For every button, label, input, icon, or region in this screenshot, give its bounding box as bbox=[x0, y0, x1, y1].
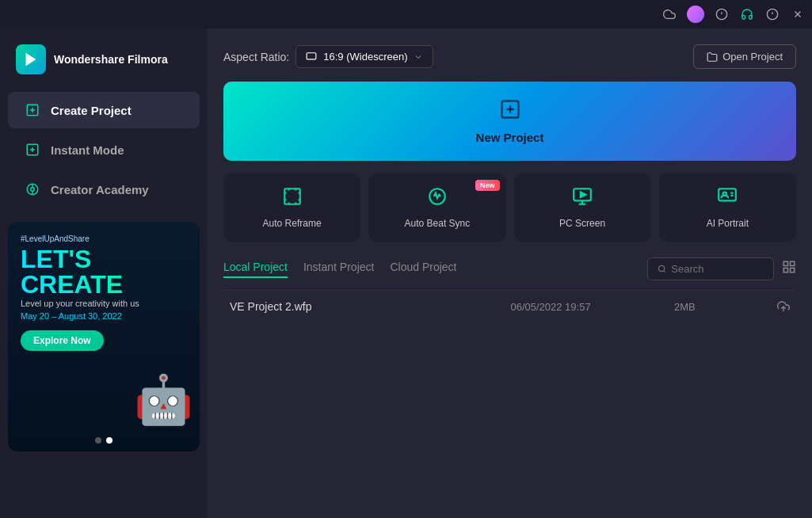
auto-beat-sync-icon bbox=[427, 186, 448, 211]
nav-label-creator-academy: Creator Academy bbox=[51, 183, 149, 196]
feature-card-ai-portrait[interactable]: AI Portrait bbox=[659, 173, 796, 242]
content-area: Aspect Ratio: 16:9 (Widescreen) Open Pro… bbox=[208, 29, 812, 518]
auto-beat-sync-label: Auto Beat Sync bbox=[405, 218, 471, 229]
nav-item-creator-academy[interactable]: Creator Academy bbox=[8, 171, 200, 208]
pc-screen-label: PC Screen bbox=[559, 218, 605, 229]
nav-item-instant-mode[interactable]: Instant Mode bbox=[8, 131, 200, 168]
topbar: Aspect Ratio: 16:9 (Widescreen) Open Pro… bbox=[223, 44, 796, 69]
grid-view-icon[interactable] bbox=[782, 260, 796, 278]
project-size: 2MB bbox=[639, 301, 732, 313]
svg-rect-21 bbox=[284, 189, 300, 204]
tab-instant-project[interactable]: Instant Project bbox=[303, 261, 375, 278]
search-input[interactable] bbox=[671, 263, 764, 275]
nav-label-create-project: Create Project bbox=[51, 104, 132, 117]
feature-card-auto-reframe[interactable]: Auto Reframe bbox=[223, 173, 360, 242]
svg-rect-34 bbox=[791, 261, 795, 265]
project-name: VE Project 2.wfp bbox=[230, 300, 463, 313]
feature-cards-grid: Auto Reframe New Auto Beat Sync bbox=[223, 173, 796, 242]
tab-local-project[interactable]: Local Project bbox=[223, 261, 288, 278]
aspect-ratio-label: Aspect Ratio: bbox=[223, 51, 289, 63]
project-date: 06/05/2022 19:57 bbox=[463, 301, 639, 313]
instant-mode-icon bbox=[24, 141, 41, 158]
svg-point-31 bbox=[658, 265, 665, 272]
banner-date: May 20 – August 30, 2022 bbox=[21, 311, 187, 321]
aspect-ratio-selector: Aspect Ratio: 16:9 (Widescreen) bbox=[223, 45, 433, 68]
create-project-icon bbox=[24, 101, 41, 119]
project-tabs: Local Project Instant Project Cloud Proj… bbox=[223, 261, 456, 278]
new-project-label: New Project bbox=[476, 131, 544, 144]
tab-cloud-project[interactable]: Cloud Project bbox=[390, 261, 456, 278]
main-layout: Wondershare Filmora Create Project Insta… bbox=[0, 29, 812, 518]
svg-line-32 bbox=[664, 271, 665, 272]
svg-rect-33 bbox=[783, 261, 787, 265]
close-button[interactable] bbox=[790, 6, 806, 22]
table-row[interactable]: VE Project 2.wfp 06/05/2022 19:57 2MB bbox=[223, 290, 796, 322]
ai-portrait-label: AI Portrait bbox=[707, 218, 749, 229]
download-icon[interactable] bbox=[714, 6, 730, 22]
svg-marker-26 bbox=[581, 192, 586, 198]
ai-portrait-icon bbox=[717, 186, 738, 211]
aspect-ratio-value: 16:9 (Widescreen) bbox=[323, 51, 407, 63]
auto-reframe-icon bbox=[282, 186, 303, 211]
creator-academy-icon bbox=[24, 181, 41, 198]
open-project-button[interactable]: Open Project bbox=[693, 44, 796, 69]
user-avatar[interactable] bbox=[687, 6, 704, 23]
sidebar-banner: #LevelUpAndShare LET'S CREATE Level up y… bbox=[8, 222, 200, 451]
svg-marker-6 bbox=[26, 53, 36, 67]
nav-label-instant-mode: Instant Mode bbox=[51, 143, 124, 157]
sidebar: Wondershare Filmora Create Project Insta… bbox=[0, 29, 208, 518]
feature-card-pc-screen[interactable]: PC Screen bbox=[514, 173, 651, 242]
svg-rect-35 bbox=[783, 269, 787, 272]
banner-hashtag: #LevelUpAndShare bbox=[21, 234, 187, 243]
app-logo bbox=[16, 44, 46, 74]
app-name: Wondershare Filmora bbox=[54, 52, 168, 67]
tabs-right bbox=[647, 257, 796, 280]
alert-icon[interactable] bbox=[764, 6, 780, 22]
banner-subtitle: Level up your creativity with us bbox=[21, 299, 187, 308]
svg-point-14 bbox=[31, 188, 35, 192]
titlebar bbox=[0, 0, 812, 29]
project-upload-icon[interactable] bbox=[731, 300, 790, 313]
feature-card-auto-beat-sync[interactable]: New Auto Beat Sync bbox=[368, 173, 505, 242]
aspect-ratio-dropdown[interactable]: 16:9 (Widescreen) bbox=[295, 45, 433, 68]
new-badge: New bbox=[475, 180, 500, 191]
logo-area: Wondershare Filmora bbox=[0, 38, 208, 90]
nav-item-create-project[interactable]: Create Project bbox=[8, 92, 200, 128]
banner-title-line1: LET'S CREATE bbox=[21, 246, 187, 297]
auto-reframe-label: Auto Reframe bbox=[263, 218, 322, 229]
open-project-label: Open Project bbox=[722, 51, 783, 63]
pc-screen-icon bbox=[572, 186, 593, 211]
banner-dots bbox=[95, 437, 112, 444]
banner-robot-illustration: 🤖 bbox=[134, 371, 193, 428]
search-box[interactable] bbox=[647, 257, 774, 280]
svg-rect-17 bbox=[307, 52, 316, 59]
new-project-icon bbox=[499, 98, 521, 126]
new-project-card[interactable]: New Project bbox=[223, 82, 796, 161]
tabs-row: Local Project Instant Project Cloud Proj… bbox=[223, 257, 796, 280]
dot-1[interactable] bbox=[95, 437, 101, 444]
cloud-icon[interactable] bbox=[661, 6, 677, 22]
explore-now-button[interactable]: Explore Now bbox=[21, 330, 104, 351]
headphones-icon[interactable] bbox=[739, 6, 755, 22]
project-list: VE Project 2.wfp 06/05/2022 19:57 2MB bbox=[223, 290, 796, 322]
svg-rect-36 bbox=[791, 269, 795, 272]
dot-2[interactable] bbox=[106, 437, 112, 444]
